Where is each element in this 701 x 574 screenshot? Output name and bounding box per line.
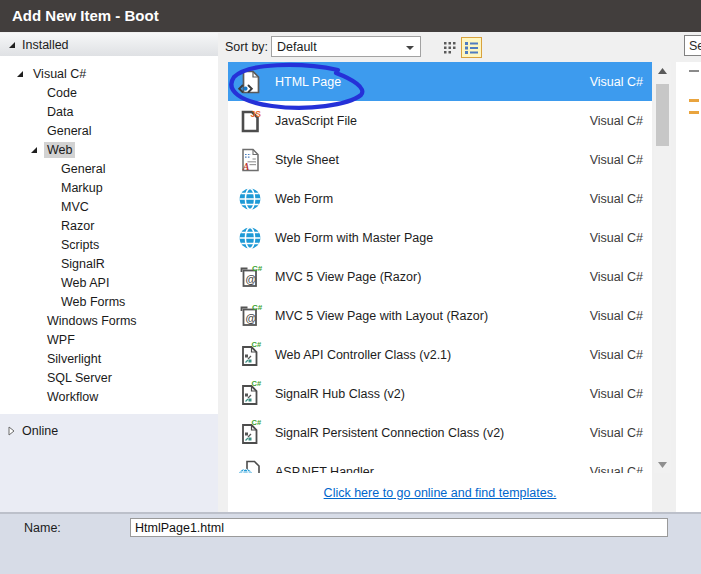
- category-label: Web API: [58, 275, 112, 291]
- category-label: Markup: [58, 180, 106, 196]
- template-item-mvc-5-view-page-razor[interactable]: @C#MVC 5 View Page (Razor)Visual C#: [228, 257, 652, 296]
- scroll-up-arrow-icon[interactable]: [654, 64, 671, 77]
- svg-text:C#: C#: [252, 342, 262, 349]
- small-icons-grid-icon: [443, 41, 457, 55]
- template-name: Web API Controller Class (v2.1): [275, 348, 451, 362]
- list-scrollbar[interactable]: [654, 62, 671, 473]
- template-language: Visual C#: [590, 270, 643, 284]
- svg-text:C#: C#: [252, 264, 263, 273]
- template-item-style-sheet[interactable]: AStyle SheetVisual C#: [228, 140, 652, 179]
- expanded-icon[interactable]: [16, 70, 30, 78]
- template-language: Visual C#: [590, 75, 643, 89]
- sort-by-dropdown[interactable]: Default: [271, 36, 421, 57]
- installed-section-label: Installed: [22, 38, 69, 52]
- category-windows-forms[interactable]: Windows Forms: [0, 311, 218, 330]
- template-item-web-form-with-master-page[interactable]: Web Form with Master PageVisual C#: [228, 218, 652, 257]
- svg-text:C#: C#: [252, 303, 263, 312]
- category-razor[interactable]: Razor: [0, 216, 218, 235]
- category-data[interactable]: Data: [0, 102, 218, 121]
- template-language: Visual C#: [590, 465, 643, 474]
- category-signalr[interactable]: SignalR: [0, 254, 218, 273]
- installed-section-header[interactable]: Installed: [0, 33, 218, 56]
- template-name: MVC 5 View Page with Layout (Razor): [275, 309, 488, 323]
- template-name: MVC 5 View Page (Razor): [275, 270, 421, 284]
- file-name-input[interactable]: [130, 518, 668, 537]
- js-file-icon: JS: [237, 108, 263, 134]
- go-online-link[interactable]: Click here to go online and find templat…: [324, 486, 557, 500]
- scrollbar-thumb[interactable]: [656, 84, 669, 146]
- class-file-icon: C#: [237, 381, 263, 407]
- template-item-web-api-controller-class-v2-1[interactable]: C#Web API Controller Class (v2.1)Visual …: [228, 335, 652, 374]
- category-web[interactable]: Web: [0, 140, 218, 159]
- category-label: SignalR: [58, 256, 108, 272]
- template-language: Visual C#: [590, 387, 643, 401]
- razor-file-icon: @C#: [237, 303, 263, 329]
- online-link-row: Click here to go online and find templat…: [228, 473, 652, 512]
- category-general[interactable]: General: [0, 121, 218, 140]
- category-mvc[interactable]: MVC: [0, 197, 218, 216]
- template-name: ASP.NET Handler: [275, 465, 374, 474]
- category-label: Visual C#: [30, 66, 89, 82]
- sort-by-value: Default: [277, 40, 317, 54]
- expanded-icon[interactable]: [8, 41, 20, 49]
- template-name: SignalR Hub Class (v2): [275, 387, 405, 401]
- category-label: MVC: [58, 199, 92, 215]
- category-code[interactable]: Code: [0, 83, 218, 102]
- list-toolbar: Sort by: Default: [218, 32, 701, 62]
- category-general[interactable]: General: [0, 159, 218, 178]
- template-language: Visual C#: [590, 309, 643, 323]
- online-section-header[interactable]: Online: [0, 418, 218, 444]
- template-item-asp-net-handler[interactable]: ASP.NET HandlerVisual C#: [228, 452, 652, 473]
- category-label: Scripts: [58, 237, 102, 253]
- category-label: Data: [44, 104, 76, 120]
- category-sql-server[interactable]: SQL Server: [0, 368, 218, 387]
- category-silverlight[interactable]: Silverlight: [0, 349, 218, 368]
- template-item-html-page[interactable]: HTML PageVisual C#: [228, 62, 652, 101]
- template-name: SignalR Persistent Connection Class (v2): [275, 426, 504, 440]
- template-language: Visual C#: [590, 153, 643, 167]
- category-visual-c[interactable]: Visual C#: [0, 64, 218, 83]
- category-label: WPF: [44, 332, 78, 348]
- expanded-icon[interactable]: [30, 146, 44, 154]
- name-label: Name:: [24, 521, 61, 535]
- template-language: Visual C#: [590, 114, 643, 128]
- class-file-icon: C#: [237, 420, 263, 446]
- list-view-button[interactable]: [461, 37, 482, 58]
- online-section: Online: [0, 414, 218, 512]
- template-item-signalr-hub-class-v2[interactable]: C#SignalR Hub Class (v2)Visual C#: [228, 374, 652, 413]
- cutoff-text-fragment: [689, 111, 699, 114]
- template-item-mvc-5-view-page-with-layout-razor[interactable]: @C#MVC 5 View Page with Layout (Razor)Vi…: [228, 296, 652, 335]
- template-language: Visual C#: [590, 192, 643, 206]
- category-label: Web: [44, 142, 75, 158]
- globe-file-icon: [237, 225, 263, 251]
- template-name: JavaScript File: [275, 114, 357, 128]
- category-web-api[interactable]: Web API: [0, 273, 218, 292]
- svg-text:@: @: [246, 272, 257, 284]
- template-item-signalr-persistent-connection-class-v2[interactable]: C#SignalR Persistent Connection Class (v…: [228, 413, 652, 452]
- category-web-forms[interactable]: Web Forms: [0, 292, 218, 311]
- category-label: Razor: [58, 218, 97, 234]
- category-label: Windows Forms: [44, 313, 140, 329]
- collapsed-icon[interactable]: [8, 426, 20, 436]
- template-name: HTML Page: [275, 75, 341, 89]
- category-workflow[interactable]: Workflow: [0, 387, 218, 406]
- dialog-titlebar: Add New Item - Boot: [0, 0, 701, 32]
- category-scripts[interactable]: Scripts: [0, 235, 218, 254]
- category-label: Workflow: [44, 389, 101, 405]
- search-input[interactable]: [684, 35, 701, 56]
- category-markup[interactable]: Markup: [0, 178, 218, 197]
- svg-text:A: A: [242, 162, 249, 172]
- scroll-down-arrow-icon[interactable]: [654, 458, 671, 471]
- razor-file-icon: @C#: [237, 264, 263, 290]
- globe-file-icon: [237, 186, 263, 212]
- category-wpf[interactable]: WPF: [0, 330, 218, 349]
- template-item-web-form[interactable]: Web FormVisual C#: [228, 179, 652, 218]
- template-language: Visual C#: [590, 231, 643, 245]
- template-item-javascript-file[interactable]: JSJavaScript FileVisual C#: [228, 101, 652, 140]
- template-name: Web Form: [275, 192, 333, 206]
- small-icons-view-button[interactable]: [440, 38, 460, 58]
- svg-text:C#: C#: [252, 420, 262, 427]
- category-label: General: [44, 123, 94, 139]
- footer-bar: Name:: [0, 514, 701, 574]
- svg-text:C#: C#: [252, 381, 262, 388]
